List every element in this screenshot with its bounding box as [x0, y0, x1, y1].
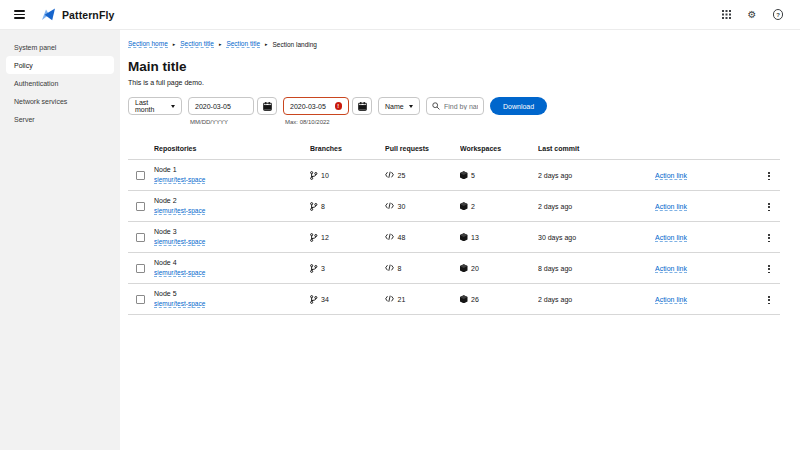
sidebar-item-system-panel[interactable]: System panel	[6, 38, 114, 56]
code-branch-icon	[310, 295, 318, 304]
table-row: Node 2 siemur/test-space 8	[128, 191, 780, 222]
error-exclamation-icon: !	[335, 102, 343, 110]
kebab-menu-icon[interactable]	[764, 201, 774, 213]
period-select[interactable]: Last month	[128, 97, 182, 115]
header-workspaces: Workspaces	[460, 139, 538, 160]
action-cell: Action link	[655, 222, 760, 253]
kebab-cell	[760, 191, 780, 222]
repositories-table: Repositories Branches Pull requests Work…	[128, 139, 780, 315]
kebab-cell	[760, 284, 780, 315]
header-kebab-cell	[760, 139, 780, 160]
table-row: Node 3 siemur/test-space 12	[128, 222, 780, 253]
table-row: Node 5 siemur/test-space 34	[128, 284, 780, 315]
row-checkbox[interactable]	[136, 171, 145, 180]
table-row: Node 1 siemur/test-space 10	[128, 160, 780, 191]
repo-link[interactable]: siemur/test-space	[154, 207, 205, 215]
date-to-calendar-button[interactable]	[352, 97, 372, 115]
kebab-menu-icon[interactable]	[764, 263, 774, 275]
action-cell: Action link	[655, 160, 760, 191]
attribute-select-value: Name	[385, 103, 404, 110]
workspaces-cell: 5	[460, 160, 538, 191]
breadcrumb-link-1[interactable]: Section title	[180, 40, 214, 48]
repo-link[interactable]: siemur/test-space	[154, 176, 205, 184]
branches-cell: 34	[310, 284, 385, 315]
workspaces-cell: 20	[460, 253, 538, 284]
sidebar-item-authentication[interactable]: Authentication	[6, 74, 114, 92]
calendar-icon	[263, 102, 272, 111]
download-button[interactable]: Download	[490, 97, 547, 115]
toolbar: Last month 2020-03-05	[128, 97, 780, 125]
kebab-menu-icon[interactable]	[764, 170, 774, 182]
masthead-actions: ⚙ ?	[720, 9, 788, 21]
pull-requests-cell: 21	[385, 284, 460, 315]
last-commit-cell: 2 days ago	[538, 284, 655, 315]
search-input[interactable]	[444, 103, 478, 110]
last-commit-cell: 8 days ago	[538, 253, 655, 284]
node-name: Node 5	[154, 290, 304, 297]
row-checkbox[interactable]	[136, 264, 145, 273]
sidebar-item-policy[interactable]: Policy	[6, 56, 114, 74]
breadcrumb-link-home[interactable]: Section home	[128, 40, 168, 48]
code-branch-icon	[310, 171, 318, 180]
calendar-icon	[358, 102, 367, 111]
branches-count: 12	[321, 234, 329, 241]
branches-count: 10	[321, 172, 329, 179]
search-field	[426, 97, 484, 115]
settings-gear-icon[interactable]: ⚙	[746, 9, 758, 21]
branches-count: 8	[321, 203, 325, 210]
date-from-input[interactable]: 2020-03-05	[188, 97, 254, 115]
kebab-cell	[760, 253, 780, 284]
repo-link[interactable]: siemur/test-space	[154, 269, 205, 277]
kebab-menu-icon[interactable]	[764, 232, 774, 244]
workspaces-cell: 2	[460, 191, 538, 222]
branches-cell: 12	[310, 222, 385, 253]
masthead: PatternFly ⚙ ?	[0, 0, 800, 30]
workspaces-count: 5	[471, 172, 475, 179]
pull-requests-count: 25	[398, 172, 406, 179]
action-link[interactable]: Action link	[655, 265, 687, 273]
sidebar-item-server[interactable]: Server	[6, 110, 114, 128]
nav-toggle-menu-icon[interactable]	[12, 8, 27, 21]
action-link[interactable]: Action link	[655, 203, 687, 211]
row-checkbox[interactable]	[136, 202, 145, 211]
code-branch-icon	[310, 264, 318, 273]
header-last-commit: Last commit	[538, 139, 655, 160]
sidebar-nav: System panel Policy Authentication Netwo…	[0, 30, 120, 450]
kebab-menu-icon[interactable]	[764, 294, 774, 306]
chevron-right-icon: ▸	[173, 42, 176, 47]
page-description: This is a full page demo.	[128, 79, 780, 86]
brand-logo[interactable]: PatternFly	[41, 7, 114, 22]
code-icon	[385, 171, 394, 179]
repo-link[interactable]: siemur/test-space	[154, 238, 205, 246]
date-from-calendar-button[interactable]	[257, 97, 277, 115]
breadcrumb-link-2[interactable]: Section title	[226, 40, 260, 48]
date-to-input[interactable]: 2020-03-05 !	[283, 97, 349, 115]
app-body: System panel Policy Authentication Netwo…	[0, 30, 800, 450]
sidebar-item-network-services[interactable]: Network services	[6, 92, 114, 110]
repository-cell: Node 5 siemur/test-space	[154, 284, 310, 315]
brand-name: PatternFly	[62, 9, 114, 21]
branches-cell: 10	[310, 160, 385, 191]
action-link[interactable]: Action link	[655, 296, 687, 304]
header-action-cell	[655, 139, 760, 160]
action-link[interactable]: Action link	[655, 234, 687, 242]
action-link[interactable]: Action link	[655, 172, 687, 180]
table-header-row: Repositories Branches Pull requests Work…	[128, 139, 780, 160]
pull-requests-cell: 30	[385, 191, 460, 222]
cube-icon	[460, 233, 468, 242]
search-icon	[432, 102, 440, 110]
help-question-icon[interactable]: ?	[772, 9, 784, 21]
node-name: Node 4	[154, 259, 304, 266]
row-checkbox[interactable]	[136, 295, 145, 304]
table-row: Node 4 siemur/test-space 3	[128, 253, 780, 284]
last-commit-text: 2 days ago	[538, 296, 572, 303]
app-launcher-grid-icon[interactable]	[720, 9, 732, 21]
header-repositories: Repositories	[154, 139, 310, 160]
date-from-helper-text: MM/DD/YYYY	[190, 119, 277, 125]
row-checkbox[interactable]	[136, 233, 145, 242]
branches-cell: 8	[310, 191, 385, 222]
attribute-select[interactable]: Name	[378, 97, 420, 115]
repo-link[interactable]: siemur/test-space	[154, 300, 205, 308]
repository-cell: Node 2 siemur/test-space	[154, 191, 310, 222]
node-name: Node 2	[154, 197, 304, 204]
